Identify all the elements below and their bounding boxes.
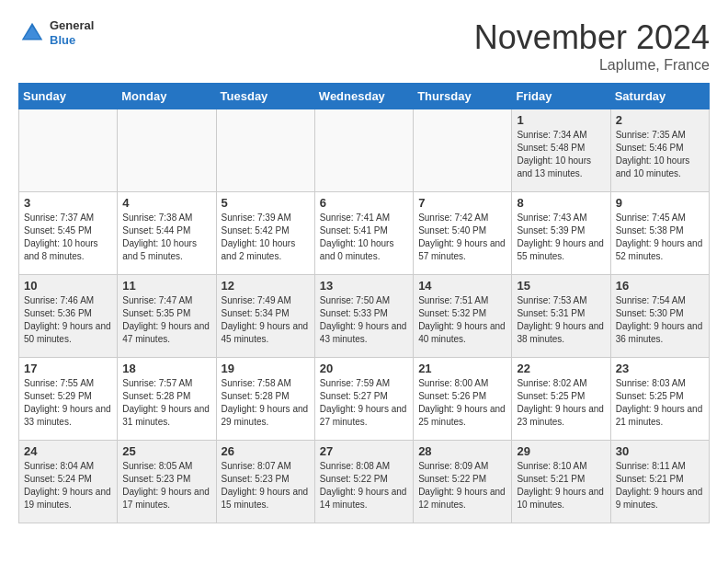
day-info: Sunrise: 8:03 AMSunset: 5:25 PMDaylight:… bbox=[616, 377, 704, 429]
calendar-cell: 13Sunrise: 7:50 AMSunset: 5:33 PMDayligh… bbox=[314, 275, 413, 358]
day-number: 4 bbox=[122, 196, 210, 210]
day-info: Sunrise: 7:39 AMSunset: 5:42 PMDaylight:… bbox=[222, 212, 310, 263]
calendar-cell: 2Sunrise: 7:35 AMSunset: 5:46 PMDaylight… bbox=[610, 109, 709, 192]
day-number: 6 bbox=[320, 196, 408, 210]
day-info: Sunrise: 8:11 AMSunset: 5:21 PMDaylight:… bbox=[616, 460, 704, 511]
title-area: November 2024 Laplume, France bbox=[474, 18, 710, 74]
day-number: 29 bbox=[517, 444, 605, 458]
calendar-cell: 6Sunrise: 7:41 AMSunset: 5:41 PMDaylight… bbox=[314, 192, 413, 275]
day-info: Sunrise: 8:09 AMSunset: 5:22 PMDaylight:… bbox=[418, 460, 506, 511]
calendar-cell: 17Sunrise: 7:55 AMSunset: 5:29 PMDayligh… bbox=[19, 358, 118, 441]
day-info: Sunrise: 7:59 AMSunset: 5:27 PMDaylight:… bbox=[320, 377, 408, 429]
calendar-cell bbox=[118, 109, 216, 192]
day-info: Sunrise: 7:45 AMSunset: 5:38 PMDaylight:… bbox=[616, 212, 704, 263]
day-number: 7 bbox=[418, 196, 506, 210]
day-number: 25 bbox=[122, 444, 210, 458]
calendar-cell: 28Sunrise: 8:09 AMSunset: 5:22 PMDayligh… bbox=[414, 441, 512, 523]
calendar-header-row: SundayMondayTuesdayWednesdayThursdayFrid… bbox=[19, 84, 710, 109]
col-header-monday: Monday bbox=[118, 84, 216, 109]
calendar-cell: 20Sunrise: 7:59 AMSunset: 5:27 PMDayligh… bbox=[314, 358, 413, 441]
day-number: 17 bbox=[24, 362, 112, 375]
col-header-friday: Friday bbox=[512, 84, 610, 109]
day-info: Sunrise: 8:04 AMSunset: 5:24 PMDaylight:… bbox=[24, 460, 112, 511]
day-info: Sunrise: 8:05 AMSunset: 5:23 PMDaylight:… bbox=[122, 460, 210, 511]
day-info: Sunrise: 7:50 AMSunset: 5:33 PMDaylight:… bbox=[320, 294, 408, 346]
calendar-cell: 25Sunrise: 8:05 AMSunset: 5:23 PMDayligh… bbox=[118, 441, 216, 523]
day-info: Sunrise: 7:38 AMSunset: 5:44 PMDaylight:… bbox=[122, 212, 210, 263]
calendar-cell: 29Sunrise: 8:10 AMSunset: 5:21 PMDayligh… bbox=[512, 441, 610, 523]
calendar-cell: 26Sunrise: 8:07 AMSunset: 5:23 PMDayligh… bbox=[216, 441, 314, 523]
day-info: Sunrise: 8:08 AMSunset: 5:22 PMDaylight:… bbox=[320, 460, 408, 511]
day-number: 22 bbox=[517, 362, 605, 375]
day-number: 5 bbox=[222, 196, 310, 210]
calendar-cell: 5Sunrise: 7:39 AMSunset: 5:42 PMDaylight… bbox=[216, 192, 314, 275]
day-number: 27 bbox=[320, 444, 408, 458]
day-info: Sunrise: 7:53 AMSunset: 5:31 PMDaylight:… bbox=[517, 294, 605, 346]
day-info: Sunrise: 7:43 AMSunset: 5:39 PMDaylight:… bbox=[517, 212, 605, 263]
col-header-wednesday: Wednesday bbox=[314, 84, 413, 109]
day-info: Sunrise: 7:35 AMSunset: 5:46 PMDaylight:… bbox=[616, 129, 704, 180]
calendar-cell: 30Sunrise: 8:11 AMSunset: 5:21 PMDayligh… bbox=[610, 441, 709, 523]
day-number: 9 bbox=[616, 196, 704, 210]
calendar-cell: 27Sunrise: 8:08 AMSunset: 5:22 PMDayligh… bbox=[314, 441, 413, 523]
calendar-cell bbox=[216, 109, 314, 192]
calendar-table: SundayMondayTuesdayWednesdayThursdayFrid… bbox=[18, 83, 710, 523]
day-info: Sunrise: 7:41 AMSunset: 5:41 PMDaylight:… bbox=[320, 212, 408, 263]
week-row-4: 17Sunrise: 7:55 AMSunset: 5:29 PMDayligh… bbox=[19, 358, 710, 441]
day-number: 13 bbox=[320, 279, 408, 293]
day-info: Sunrise: 7:55 AMSunset: 5:29 PMDaylight:… bbox=[24, 377, 112, 429]
week-row-2: 3Sunrise: 7:37 AMSunset: 5:45 PMDaylight… bbox=[19, 192, 710, 275]
week-row-1: 1Sunrise: 7:34 AMSunset: 5:48 PMDaylight… bbox=[19, 109, 710, 192]
day-info: Sunrise: 8:07 AMSunset: 5:23 PMDaylight:… bbox=[222, 460, 310, 511]
day-info: Sunrise: 7:46 AMSunset: 5:36 PMDaylight:… bbox=[24, 294, 112, 346]
day-number: 18 bbox=[122, 362, 210, 375]
logo-blue: Blue bbox=[50, 33, 94, 48]
day-number: 30 bbox=[616, 444, 704, 458]
calendar-cell: 21Sunrise: 8:00 AMSunset: 5:26 PMDayligh… bbox=[414, 358, 512, 441]
page-header: General Blue November 2024 Laplume, Fran… bbox=[18, 18, 710, 74]
day-number: 20 bbox=[320, 362, 408, 375]
col-header-saturday: Saturday bbox=[610, 84, 709, 109]
day-number: 26 bbox=[222, 444, 310, 458]
calendar-cell: 16Sunrise: 7:54 AMSunset: 5:30 PMDayligh… bbox=[610, 275, 709, 358]
calendar-cell: 18Sunrise: 7:57 AMSunset: 5:28 PMDayligh… bbox=[118, 358, 216, 441]
day-number: 8 bbox=[517, 196, 605, 210]
day-number: 3 bbox=[24, 196, 112, 210]
day-info: Sunrise: 8:10 AMSunset: 5:21 PMDaylight:… bbox=[517, 460, 605, 511]
day-info: Sunrise: 7:58 AMSunset: 5:28 PMDaylight:… bbox=[222, 377, 310, 429]
calendar-cell bbox=[19, 109, 118, 192]
day-info: Sunrise: 7:51 AMSunset: 5:32 PMDaylight:… bbox=[418, 294, 506, 346]
day-info: Sunrise: 7:34 AMSunset: 5:48 PMDaylight:… bbox=[517, 129, 605, 180]
calendar-cell: 7Sunrise: 7:42 AMSunset: 5:40 PMDaylight… bbox=[414, 192, 512, 275]
day-info: Sunrise: 7:57 AMSunset: 5:28 PMDaylight:… bbox=[122, 377, 210, 429]
day-number: 2 bbox=[616, 113, 704, 127]
day-number: 19 bbox=[222, 362, 310, 375]
day-number: 15 bbox=[517, 279, 605, 293]
day-number: 1 bbox=[517, 113, 605, 127]
day-info: Sunrise: 7:37 AMSunset: 5:45 PMDaylight:… bbox=[24, 212, 112, 263]
calendar-cell: 11Sunrise: 7:47 AMSunset: 5:35 PMDayligh… bbox=[118, 275, 216, 358]
calendar-cell: 14Sunrise: 7:51 AMSunset: 5:32 PMDayligh… bbox=[414, 275, 512, 358]
day-number: 21 bbox=[418, 362, 506, 375]
logo-general: General bbox=[50, 18, 94, 33]
calendar-cell: 24Sunrise: 8:04 AMSunset: 5:24 PMDayligh… bbox=[19, 441, 118, 523]
calendar-cell bbox=[314, 109, 413, 192]
col-header-sunday: Sunday bbox=[19, 84, 118, 109]
day-number: 11 bbox=[122, 279, 210, 293]
day-info: Sunrise: 8:02 AMSunset: 5:25 PMDaylight:… bbox=[517, 377, 605, 429]
day-number: 10 bbox=[24, 279, 112, 293]
day-number: 23 bbox=[616, 362, 704, 375]
calendar-cell: 8Sunrise: 7:43 AMSunset: 5:39 PMDaylight… bbox=[512, 192, 610, 275]
calendar-cell: 10Sunrise: 7:46 AMSunset: 5:36 PMDayligh… bbox=[19, 275, 118, 358]
calendar-cell: 19Sunrise: 7:58 AMSunset: 5:28 PMDayligh… bbox=[216, 358, 314, 441]
day-number: 16 bbox=[616, 279, 704, 293]
week-row-5: 24Sunrise: 8:04 AMSunset: 5:24 PMDayligh… bbox=[19, 441, 710, 523]
day-info: Sunrise: 8:00 AMSunset: 5:26 PMDaylight:… bbox=[418, 377, 506, 429]
calendar-cell bbox=[414, 109, 512, 192]
day-info: Sunrise: 7:47 AMSunset: 5:35 PMDaylight:… bbox=[122, 294, 210, 346]
day-number: 28 bbox=[418, 444, 506, 458]
day-number: 12 bbox=[222, 279, 310, 293]
day-info: Sunrise: 7:49 AMSunset: 5:34 PMDaylight:… bbox=[222, 294, 310, 346]
calendar-cell: 15Sunrise: 7:53 AMSunset: 5:31 PMDayligh… bbox=[512, 275, 610, 358]
month-title: November 2024 bbox=[474, 18, 710, 57]
